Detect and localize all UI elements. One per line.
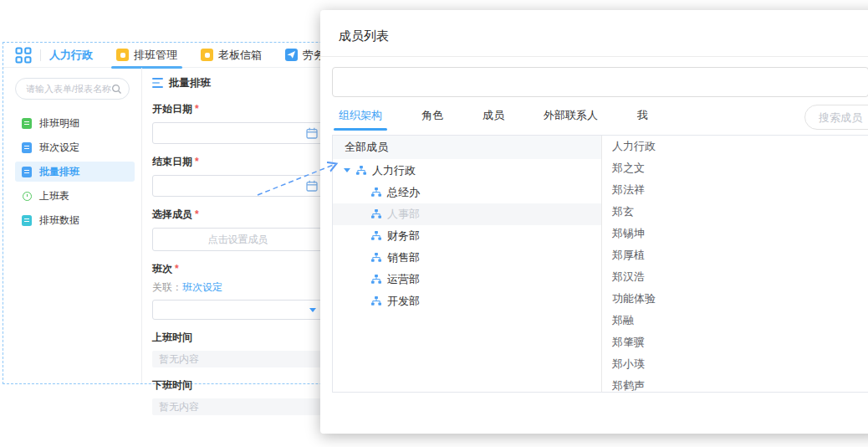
calendar-icon xyxy=(306,127,318,139)
member-row[interactable]: 郑玄 xyxy=(602,201,868,223)
apps-grid-icon[interactable] xyxy=(15,47,32,64)
sidebar-item-icon xyxy=(22,167,32,177)
work-start-value: 暂无内容 xyxy=(152,351,324,367)
tree-department-label: 财务部 xyxy=(387,229,420,244)
tree-children: 总经办 人事部 财务部 销售部 运营部 xyxy=(333,182,601,312)
sidebar-item-label: 上班表 xyxy=(39,189,69,203)
start-date-input[interactable] xyxy=(152,122,324,144)
nav-tab-label: 排班管理 xyxy=(134,48,177,63)
org-tree-pane: 全部成员 人力行政 总经办 人事部 xyxy=(333,136,602,392)
member-list-modal: 成员列表 组织架构 角色 成员 外部联系人 我 全部成员 人力行政 xyxy=(320,10,868,434)
member-row[interactable]: 郑锡坤 xyxy=(602,223,868,244)
sidebar-item-icon xyxy=(22,142,32,153)
org-chart-icon xyxy=(371,275,381,285)
member-search-input[interactable] xyxy=(819,111,868,124)
tree-department-item[interactable]: 销售部 xyxy=(333,247,601,269)
sidebar-item-icon xyxy=(22,118,32,129)
selected-members-box[interactable] xyxy=(332,67,868,97)
member-row[interactable]: 郑肇骥 xyxy=(602,331,868,353)
member-row[interactable]: 郑融 xyxy=(602,310,868,331)
member-row[interactable]: 郑小瑛 xyxy=(602,353,868,375)
sidebar-item[interactable]: 上班表 xyxy=(15,186,135,206)
tree-department-item[interactable]: 财务部 xyxy=(333,225,601,247)
member-row[interactable]: 郑汉浩 xyxy=(602,266,868,288)
modal-tab[interactable]: 角色 xyxy=(416,108,448,131)
member-row[interactable]: 郑之文 xyxy=(602,157,868,179)
nav-tab[interactable]: 老板信箱 xyxy=(192,43,270,68)
sidebar-item-icon xyxy=(22,215,32,226)
tree-root-row[interactable]: 人力行政 xyxy=(333,159,601,182)
select-members-label: 选择成员* xyxy=(152,208,324,222)
list-lines-icon xyxy=(152,78,163,89)
calendar-icon xyxy=(306,180,318,192)
modal-tab[interactable]: 外部联系人 xyxy=(539,108,603,131)
tree-department-label: 销售部 xyxy=(387,250,420,265)
tree-department-item[interactable]: 总经办 xyxy=(333,182,601,203)
sidebar-item[interactable]: 批量排班 xyxy=(15,162,135,182)
form-search-box[interactable] xyxy=(15,78,130,100)
sidebar-item[interactable]: 班次设定 xyxy=(15,137,135,157)
paper-plane-badge-icon xyxy=(285,49,298,61)
work-start-label: 上班时间 xyxy=(152,331,324,345)
all-members-header[interactable]: 全部成员 xyxy=(333,136,601,159)
tree-department-item[interactable]: 开发部 xyxy=(333,290,601,312)
sidebar-item-label: 排班明细 xyxy=(39,116,79,131)
shift-select[interactable] xyxy=(152,300,324,320)
modal-tab[interactable]: 成员 xyxy=(477,108,509,131)
modal-tabs: 组织架构 角色 成员 外部联系人 我 xyxy=(320,97,868,131)
org-chart-icon xyxy=(371,188,381,198)
member-pane: 人力行政 郑之文 郑法祥 郑玄 郑锡坤 郑厚植 郑汉浩 功能体验 郑融 郑肇骥 … xyxy=(602,136,868,392)
tree-department-item[interactable]: 人事部 xyxy=(333,203,601,225)
sidebar-item[interactable]: 排班数据 xyxy=(15,210,135,230)
work-end-label: 下班时间 xyxy=(152,378,324,393)
org-chart-icon xyxy=(371,253,381,263)
sidebar: 排班明细 班次设定 批量排班 上班表 排班数据 xyxy=(3,68,141,383)
brand-title: 人力行政 xyxy=(49,48,93,63)
member-search-box[interactable] xyxy=(804,105,868,130)
modal-tab[interactable]: 我 xyxy=(632,108,653,131)
set-members-button[interactable]: 点击设置成员 xyxy=(152,228,324,251)
work-end-value: 暂无内容 xyxy=(152,398,324,415)
panel-title: 批量排班 xyxy=(169,76,211,90)
chevron-down-icon xyxy=(309,308,316,312)
end-date-label: 结束日期* xyxy=(152,155,324,169)
sidebar-item-label: 排班数据 xyxy=(39,213,79,228)
nav-divider xyxy=(40,49,41,61)
shift-label: 班次* xyxy=(152,262,324,276)
nav-tab[interactable]: 排班管理 xyxy=(108,43,186,68)
member-row[interactable]: 郑法祥 xyxy=(602,179,868,201)
org-chart-icon xyxy=(356,166,366,176)
sidebar-item-label: 批量排班 xyxy=(39,165,79,179)
shift-relation: 关联：班次设定 xyxy=(152,280,324,295)
sidebar-menu: 排班明细 班次设定 批量排班 上班表 排班数据 xyxy=(15,113,135,230)
form-search-input[interactable] xyxy=(26,84,111,94)
shift-setting-link[interactable]: 班次设定 xyxy=(182,281,222,293)
tree-department-item[interactable]: 运营部 xyxy=(333,269,601,290)
tree-department-label: 人事部 xyxy=(387,207,420,222)
sidebar-item-icon xyxy=(22,191,32,202)
tree-department-label: 运营部 xyxy=(387,272,420,287)
caret-down-icon[interactable] xyxy=(344,168,350,172)
tree-department-label: 总经办 xyxy=(387,185,420,200)
sidebar-item[interactable]: 排班明细 xyxy=(15,113,135,133)
org-chart-icon xyxy=(371,231,381,241)
start-date-label: 开始日期* xyxy=(152,102,324,116)
mailbox-badge-icon xyxy=(201,49,213,61)
tree-department-label: 开发部 xyxy=(387,294,420,309)
sidebar-item-label: 班次设定 xyxy=(39,141,79,155)
member-picker: 全部成员 人力行政 总经办 人事部 xyxy=(332,135,868,393)
org-chart-icon xyxy=(371,209,381,219)
modal-tab[interactable]: 组织架构 xyxy=(334,108,387,131)
member-list: 人力行政 郑之文 郑法祥 郑玄 郑锡坤 郑厚植 郑汉浩 功能体验 郑融 郑肇骥 … xyxy=(602,136,868,392)
member-row[interactable]: 人力行政 xyxy=(602,136,868,157)
set-members-placeholder: 点击设置成员 xyxy=(208,233,268,247)
nav-tab-label: 老板信箱 xyxy=(218,48,262,63)
search-icon xyxy=(111,84,122,95)
member-row[interactable]: 郑鹤声 xyxy=(602,375,868,392)
member-row[interactable]: 功能体验 xyxy=(602,288,868,310)
member-row[interactable]: 郑厚植 xyxy=(602,244,868,266)
tree-root-label: 人力行政 xyxy=(372,163,416,178)
end-date-input[interactable] xyxy=(152,175,324,197)
modal-title: 成员列表 xyxy=(320,10,868,57)
org-chart-icon xyxy=(371,296,381,306)
